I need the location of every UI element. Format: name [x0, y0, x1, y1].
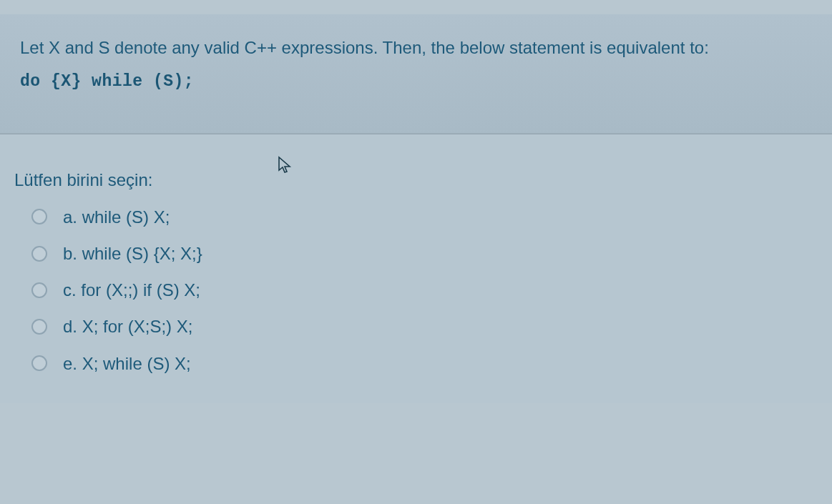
radio-d[interactable]	[31, 319, 47, 335]
option-b-text: while (S) {X; X;}	[82, 244, 202, 263]
option-a-label: a. while (S) X;	[63, 206, 170, 228]
option-e-letter: e.	[63, 354, 77, 373]
radio-c[interactable]	[31, 282, 47, 298]
question-code: do {X} while (S);	[20, 72, 812, 91]
option-b-letter: b.	[63, 244, 77, 263]
option-d-label: d. X; for (X;S;) X;	[63, 315, 192, 337]
option-e-label: e. X; while (S) X;	[63, 352, 191, 375]
option-c-letter: c.	[63, 280, 77, 300]
option-d-text: X; for (X;S;) X;	[82, 317, 193, 336]
answer-area: Lütfen birini seçin: a. while (S) X; b. …	[0, 134, 832, 403]
option-d-letter: d.	[63, 317, 77, 336]
option-a-text: while (S) X;	[82, 207, 170, 227]
question-text: Let X and S denote any valid C++ express…	[20, 36, 812, 61]
option-e[interactable]: e. X; while (S) X;	[31, 352, 818, 375]
option-a-letter: a.	[63, 207, 77, 227]
option-c-label: c. for (X;;) if (S) X;	[63, 279, 200, 301]
radio-b[interactable]	[31, 246, 47, 262]
options-list: a. while (S) X; b. while (S) {X; X;} c. …	[14, 206, 818, 375]
select-prompt: Lütfen birini seçin:	[14, 170, 818, 190]
option-a[interactable]: a. while (S) X;	[31, 206, 818, 228]
option-d[interactable]: d. X; for (X;S;) X;	[31, 315, 818, 337]
question-box: Let X and S denote any valid C++ express…	[0, 14, 832, 134]
radio-a[interactable]	[31, 209, 47, 224]
option-b-label: b. while (S) {X; X;}	[63, 242, 202, 265]
option-c-text: for (X;;) if (S) X;	[81, 280, 200, 300]
option-b[interactable]: b. while (S) {X; X;}	[31, 242, 818, 265]
option-c[interactable]: c. for (X;;) if (S) X;	[31, 279, 818, 301]
option-e-text: X; while (S) X;	[82, 354, 191, 373]
quiz-page: Let X and S denote any valid C++ express…	[0, 0, 832, 504]
radio-e[interactable]	[31, 355, 47, 371]
